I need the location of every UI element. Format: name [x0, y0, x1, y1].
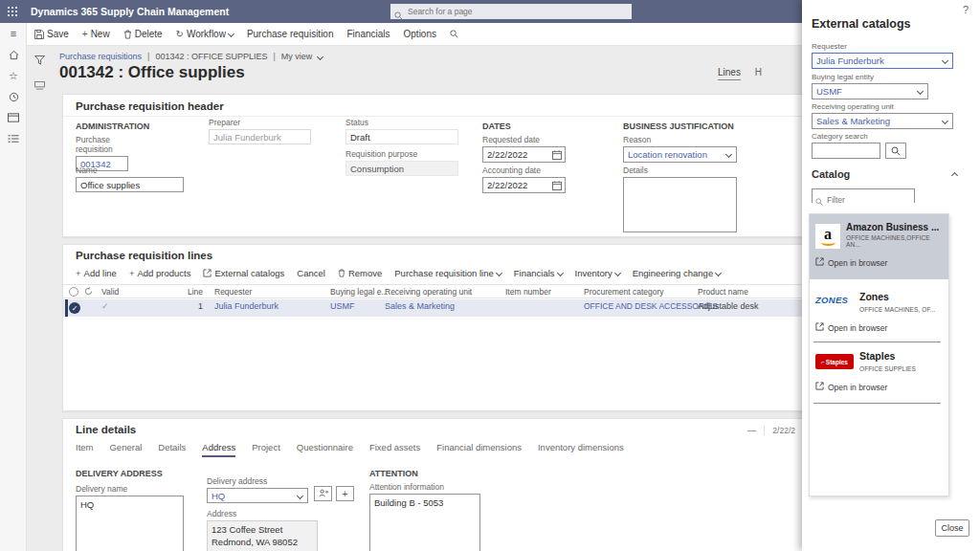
plus-list-icon: + [129, 268, 135, 278]
column-valid[interactable]: Valid [101, 287, 119, 297]
app-launcher-waffle-icon[interactable] [0, 0, 25, 23]
modules-list-icon[interactable] [0, 128, 27, 149]
delivery-address-label: Delivery address [207, 476, 308, 486]
open-in-browser-link[interactable]: Open in browser [815, 257, 943, 268]
delivery-address-dropdown[interactable]: HQ [207, 488, 308, 503]
remove-button[interactable]: Remove [338, 268, 382, 278]
tab-fixed-assets[interactable]: Fixed assets [369, 442, 420, 457]
section-title[interactable]: Purchase requisition lines [76, 250, 212, 261]
help-icon[interactable]: ? [963, 4, 969, 15]
breadcrumb-root-link[interactable]: Purchase requisitions [59, 52, 142, 61]
add-address-button[interactable]: + [336, 486, 354, 501]
amazon-logo-icon: a [815, 224, 840, 249]
row-requester-link[interactable]: Julia Funderburk [214, 301, 278, 311]
catalog-section-header[interactable]: Catalog [812, 168, 850, 180]
workflow-label: Workflow [187, 29, 226, 39]
lines-financials-menu[interactable]: Financials [514, 268, 563, 278]
catalog-filter-input[interactable] [813, 194, 914, 207]
catalog-card-zones[interactable]: ZONES Zones OFFICE MACHINES, OF... Open … [810, 279, 948, 342]
tab-address[interactable]: Address [202, 442, 235, 457]
calendar-icon[interactable] [552, 181, 562, 192]
name-field[interactable]: Office supplies [76, 177, 184, 192]
workflow-menu-button[interactable]: ↻ Workflow [176, 29, 234, 39]
tab-item[interactable]: Item [76, 442, 93, 457]
section-title[interactable]: Purchase requisition header [76, 100, 224, 112]
buying-legal-entity-dropdown[interactable]: USMF [812, 83, 928, 99]
close-button[interactable]: Close [935, 519, 969, 537]
column-item-number[interactable]: Item number [505, 287, 551, 297]
category-search-button[interactable] [885, 143, 906, 159]
save-button[interactable]: Save [34, 29, 69, 39]
purchase-requisition-line-menu[interactable]: Purchase requisition line [394, 268, 501, 278]
open-in-browser-link[interactable]: Open in browser [815, 382, 943, 392]
home-icon[interactable] [0, 44, 27, 65]
tab-details[interactable]: Details [158, 442, 186, 457]
open-in-browser-link[interactable]: Open in browser [815, 322, 943, 333]
lines-grid-row-selected[interactable]: ✓ ✓ 1 Julia Funderburk USMF Sales & Mark… [63, 299, 807, 317]
accounting-date-field[interactable]: 2/22/2022 [482, 177, 566, 193]
hamburger-menu-icon[interactable]: ≡ [0, 23, 27, 44]
row-checked-icon[interactable]: ✓ [69, 302, 80, 314]
column-product-name[interactable]: Product name [698, 287, 748, 297]
preparer-value: Julia Funderburk [213, 132, 281, 143]
requested-date-field[interactable]: 2/22/2022 [482, 146, 566, 163]
requester-dropdown[interactable]: Julia Funderburk [812, 53, 953, 69]
address-label: Address [207, 509, 318, 518]
calendar-icon[interactable] [552, 150, 562, 162]
column-line[interactable]: Line [170, 287, 203, 297]
column-procurement-category[interactable]: Procurement category [584, 287, 664, 297]
add-line-button[interactable]: + Add line [76, 268, 117, 278]
refresh-column-icon[interactable] [84, 287, 93, 298]
advanced-address-button[interactable] [314, 486, 332, 501]
app-title: Dynamics 365 Supply Chain Management [31, 6, 229, 17]
row-receiving-operating-unit-link[interactable]: Sales & Marketing [385, 301, 455, 311]
action-search-button[interactable] [450, 30, 458, 38]
reason-dropdown[interactable]: Location renovation [623, 146, 737, 163]
details-textarea[interactable] [623, 177, 737, 232]
catalog-filter[interactable] [812, 188, 915, 203]
column-receiving-operating-unit[interactable]: Receiving operating unit [385, 287, 472, 297]
global-search-input[interactable] [390, 4, 632, 19]
tab-header-fragment[interactable]: H [755, 67, 762, 77]
catalog-card-amazon[interactable]: a Amazon Business ... OFFICE MACHINES,OF… [810, 214, 948, 279]
staples-logo-icon: ⌐ Staples [815, 354, 854, 369]
new-button[interactable]: + New [82, 29, 110, 39]
workspaces-icon[interactable] [0, 107, 27, 128]
financials-menu[interactable]: Financials [347, 29, 390, 39]
tab-questionnaire[interactable]: Questionnaire [297, 442, 353, 457]
tab-inventory-dimensions[interactable]: Inventory dimensions [538, 442, 624, 457]
page-options-icon[interactable] [34, 77, 45, 94]
delivery-address-value: HQ [212, 491, 225, 501]
delivery-name-textarea[interactable]: HQ [76, 496, 184, 551]
column-buying-legal-entity[interactable]: Buying legal e... [330, 287, 388, 297]
add-products-button[interactable]: + Add products [129, 268, 191, 278]
recent-clock-icon[interactable] [0, 86, 27, 107]
column-requester[interactable]: Requester [214, 287, 252, 297]
cancel-button[interactable]: Cancel [297, 268, 325, 278]
receiving-operating-unit-dropdown[interactable]: Sales & Marketing [812, 113, 953, 129]
row-buying-legal-entity-link[interactable]: USMF [330, 301, 355, 311]
favorites-star-icon[interactable]: ☆ [0, 65, 27, 86]
category-search-input[interactable] [812, 143, 880, 159]
purchase-requisition-menu[interactable]: Purchase requisition [247, 29, 334, 39]
tab-financial-dimensions[interactable]: Financial dimensions [436, 442, 522, 457]
section-title[interactable]: Line details [76, 424, 136, 435]
engineering-change-menu[interactable]: Engineering change [633, 268, 722, 278]
tab-project[interactable]: Project [252, 442, 280, 457]
attention-information-textarea[interactable]: Building B - 5053 [369, 494, 480, 551]
chevron-up-icon[interactable] [951, 172, 958, 179]
delete-button[interactable]: Delete [123, 29, 163, 39]
view-selector[interactable]: My view [281, 52, 313, 61]
preparer-label: Preparer [209, 118, 311, 127]
minimize-icon[interactable]: — [747, 425, 765, 435]
options-menu[interactable]: Options [404, 29, 436, 39]
details-label: Details [623, 165, 737, 175]
inventory-menu[interactable]: Inventory [575, 268, 620, 278]
filter-funnel-icon[interactable] [34, 52, 45, 69]
tab-lines[interactable]: Lines [718, 67, 741, 80]
external-catalogs-button[interactable]: External catalogs [203, 268, 284, 278]
accounting-date-label: Accounting date [482, 165, 566, 175]
tab-general[interactable]: General [109, 442, 142, 457]
catalog-card-staples[interactable]: ⌐ Staples Staples OFFICE SUPPLIES Open i… [810, 342, 948, 404]
select-all-circle-icon[interactable] [69, 287, 78, 298]
